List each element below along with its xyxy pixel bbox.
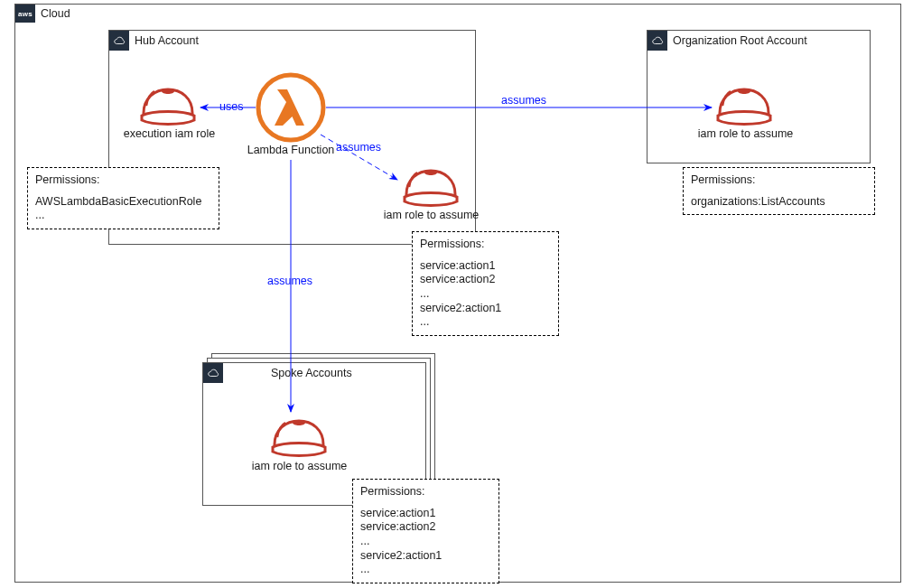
- exec-role-permissions-box: Permissions: AWSLambdaBasicExecutionRole…: [27, 167, 219, 229]
- iam-role-hardhat-icon: [140, 86, 196, 126]
- spoke-account-title: Spoke Accounts: [271, 367, 352, 379]
- iam-role-hardhat-icon: [271, 417, 327, 458]
- permissions-header: Permissions:: [691, 173, 867, 188]
- cloud-icon: [647, 31, 667, 51]
- lambda-function-label: Lambda Function: [244, 145, 338, 157]
- edge-label-assumes-org: assumes: [501, 94, 546, 107]
- hub-account-title: Hub Account: [135, 34, 199, 47]
- edge-label-assumes-hub: assumes: [336, 141, 381, 154]
- hub-assume-role-label: iam role to assume: [379, 210, 483, 222]
- permissions-header: Permissions:: [360, 485, 491, 499]
- aws-logo-badge: aws: [15, 5, 35, 23]
- permissions-header: Permissions:: [420, 238, 551, 252]
- permissions-body: service:action1 service:action2 ... serv…: [360, 507, 491, 577]
- permissions-body: service:action1 service:action2 ... serv…: [420, 259, 551, 330]
- permissions-body: organizations:ListAccounts: [691, 195, 867, 210]
- org-root-account-title: Organization Root Account: [673, 34, 807, 47]
- lambda-function-icon: [256, 72, 326, 143]
- cloud-icon: [109, 31, 129, 51]
- cloud-label: Cloud: [41, 7, 70, 20]
- execution-iam-role-label: execution iam role: [117, 128, 221, 141]
- edge-label-assumes-spoke: assumes: [267, 275, 312, 287]
- iam-role-hardhat-icon: [403, 167, 459, 208]
- cloud-icon: [203, 363, 223, 383]
- edge-label-uses: uses: [219, 100, 243, 113]
- hub-assume-role-permissions-box: Permissions: service:action1 service:act…: [412, 231, 559, 336]
- org-role-label: iam role to assume: [694, 128, 797, 141]
- permissions-header: Permissions:: [35, 173, 211, 188]
- spoke-role-label: iam role to assume: [247, 461, 351, 473]
- iam-role-hardhat-icon: [716, 86, 772, 126]
- org-role-permissions-box: Permissions: organizations:ListAccounts: [683, 167, 875, 215]
- permissions-body: AWSLambdaBasicExecutionRole ...: [35, 195, 211, 223]
- spoke-role-permissions-box: Permissions: service:action1 service:act…: [352, 479, 499, 583]
